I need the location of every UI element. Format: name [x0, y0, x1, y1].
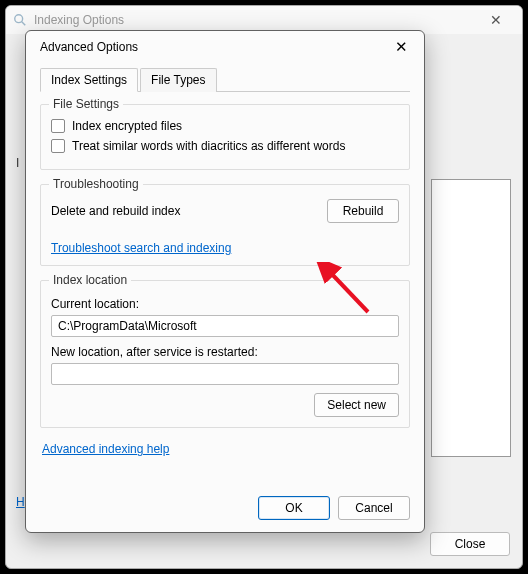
parent-link-fragment[interactable]: H — [16, 495, 25, 509]
troubleshoot-link[interactable]: Troubleshoot search and indexing — [51, 241, 231, 255]
new-location-field[interactable] — [51, 363, 399, 385]
checkbox-icon — [51, 139, 65, 153]
group-file-settings: File Settings Index encrypted files Trea… — [40, 104, 410, 170]
tab-file-types[interactable]: File Types — [140, 68, 216, 92]
svg-point-0 — [15, 15, 23, 23]
current-location-label: Current location: — [51, 297, 399, 311]
group-troubleshooting: Troubleshooting Delete and rebuild index… — [40, 184, 410, 266]
checkbox-label: Index encrypted files — [72, 119, 182, 133]
tab-index-settings[interactable]: Index Settings — [40, 68, 138, 92]
cancel-button[interactable]: Cancel — [338, 496, 410, 520]
parent-listbox[interactable] — [431, 179, 511, 457]
parent-window-title: Indexing Options — [34, 13, 476, 27]
index-location-legend: Index location — [49, 273, 131, 287]
current-location-field[interactable]: C:\ProgramData\Microsoft — [51, 315, 399, 337]
checkbox-treat-similar[interactable]: Treat similar words with diacritics as d… — [51, 139, 399, 153]
advanced-help-link[interactable]: Advanced indexing help — [42, 442, 169, 456]
troubleshooting-legend: Troubleshooting — [49, 177, 143, 191]
select-new-button[interactable]: Select new — [314, 393, 399, 417]
rebuild-row: Delete and rebuild index Rebuild — [51, 199, 399, 223]
checkbox-index-encrypted[interactable]: Index encrypted files — [51, 119, 399, 133]
parent-close-button[interactable]: Close — [430, 532, 510, 556]
dialog-titlebar: Advanced Options ✕ — [26, 31, 424, 63]
svg-line-1 — [22, 22, 26, 26]
close-icon[interactable]: ✕ — [386, 33, 416, 61]
parent-close-icon[interactable]: ✕ — [476, 12, 516, 28]
dialog-footer: OK Cancel — [26, 488, 424, 532]
dialog-title: Advanced Options — [40, 40, 386, 54]
new-location-label: New location, after service is restarted… — [51, 345, 399, 359]
dialog-body: Index Settings File Types File Settings … — [26, 63, 424, 488]
rebuild-button[interactable]: Rebuild — [327, 199, 399, 223]
search-icon — [12, 12, 28, 28]
checkbox-label: Treat similar words with diacritics as d… — [72, 139, 345, 153]
group-index-location: Index location Current location: C:\Prog… — [40, 280, 410, 428]
file-settings-legend: File Settings — [49, 97, 123, 111]
parent-label-fragment: I — [16, 156, 19, 170]
tab-strip: Index Settings File Types — [40, 67, 410, 92]
delete-rebuild-label: Delete and rebuild index — [51, 204, 180, 218]
advanced-options-dialog: Advanced Options ✕ Index Settings File T… — [25, 30, 425, 533]
ok-button[interactable]: OK — [258, 496, 330, 520]
checkbox-icon — [51, 119, 65, 133]
